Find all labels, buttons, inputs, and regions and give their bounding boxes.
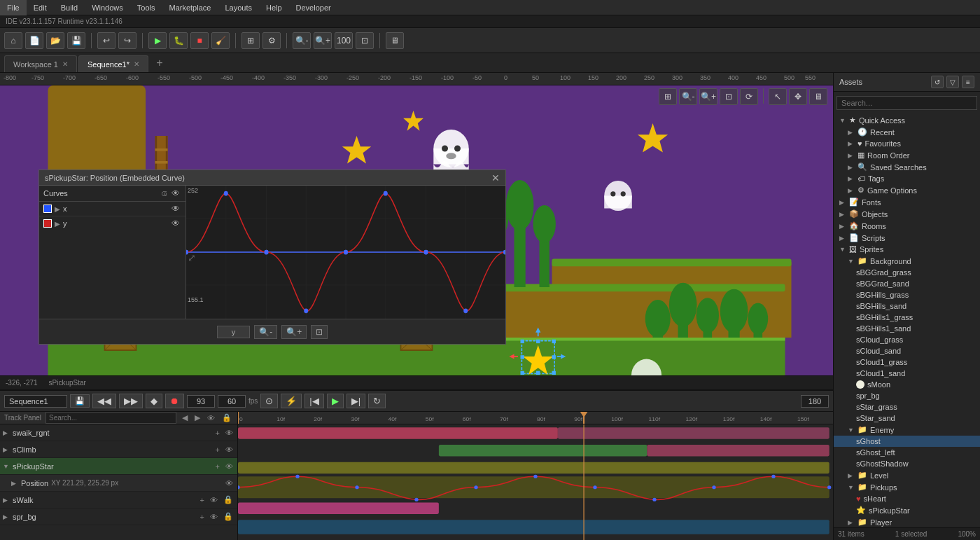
track-nav-left[interactable]: ◀	[181, 413, 189, 422]
tb-home[interactable]: ⌂	[4, 32, 22, 49]
tree-bggradgrass[interactable]: sBGGrad_grass	[834, 267, 980, 278]
assets-filter-btn[interactable]: ▽	[946, 76, 959, 88]
track-row-spickupstar[interactable]: ▼ sPickupStar + 👁	[0, 458, 237, 475]
tree-tags[interactable]: ▶ 🏷 Tags	[834, 173, 980, 184]
curves-titlebar[interactable]: sPickupStar: Position (Embedded Curve) ✕	[39, 170, 505, 186]
track-sclimb-add[interactable]: +	[214, 445, 221, 454]
track-nav-right[interactable]: ▶	[193, 413, 202, 422]
tb-clean[interactable]: 🧹	[211, 32, 230, 49]
tree-spickupstar[interactable]: ⭐ sPickupStar	[834, 504, 980, 516]
tb-debug[interactable]: 🐛	[169, 32, 188, 49]
seq-add-keyframe[interactable]: ◆	[146, 394, 162, 408]
tb-new[interactable]: 📄	[25, 32, 43, 49]
tree-sprites[interactable]: ▼ 🖼 Sprites	[834, 244, 980, 255]
track-sprbg-add[interactable]: +	[199, 513, 206, 521]
tab-add-button[interactable]: +	[153, 56, 167, 70]
seq-end-btn[interactable]: ▶|	[346, 394, 365, 408]
seq-replay-btn[interactable]: ↻	[368, 394, 386, 408]
tree-scloudsand[interactable]: sCloud_sand	[834, 345, 980, 356]
tree-scloud1sand[interactable]: sCloud1_sand	[834, 368, 980, 379]
track-search-input[interactable]	[46, 412, 176, 424]
tab-workspace1-close[interactable]: ✕	[62, 60, 68, 68]
tb-redo[interactable]: ↪	[118, 32, 136, 49]
tree-room-order[interactable]: ▶ ▦ Room Order	[834, 149, 980, 161]
tb-zoom-reset[interactable]: 100	[335, 32, 353, 49]
seq-save-btn[interactable]: 💾	[70, 394, 90, 408]
vp-zoom-in-btn[interactable]: 🔍+	[699, 88, 718, 105]
vp-view-btn[interactable]: 🖥	[809, 88, 827, 105]
channel-y-eye[interactable]: 👁	[170, 219, 181, 228]
vp-grid-btn[interactable]: ⊞	[659, 88, 677, 105]
tb-monitor[interactable]: 🖥	[386, 32, 404, 49]
tree-level-folder[interactable]: ▶ 📁 Level	[834, 469, 980, 481]
track-row-sprbg[interactable]: ▶ spr_bg + 👁 🔒	[0, 508, 237, 525]
tree-sstarsand[interactable]: sStar_sand	[834, 413, 980, 424]
menu-build[interactable]: Build	[54, 0, 85, 15]
tb-zoom-fit[interactable]: ⊡	[356, 32, 374, 49]
tree-scloudgrass[interactable]: sCloud_grass	[834, 334, 980, 345]
tree-player-folder[interactable]: ▶ 📁 Player	[834, 516, 980, 527]
track-sprbg-eye[interactable]: 👁	[209, 513, 219, 521]
track-swalk-add[interactable]: +	[199, 496, 206, 504]
tb-stop[interactable]: ■	[190, 32, 209, 49]
tree-scripts[interactable]: ▶ 📄 Scripts	[834, 232, 980, 244]
game-viewport[interactable]: ⊞ 🔍- 🔍+ ⊡ ⟳ ↖ ✥ 🖥	[0, 85, 833, 375]
timeline-tracks[interactable]	[238, 424, 833, 540]
track-swaik-eye[interactable]: 👁	[224, 429, 234, 437]
seq-start-btn[interactable]: |◀	[304, 394, 323, 408]
menu-windows[interactable]: Windows	[85, 0, 130, 15]
tree-rooms[interactable]: ▶ 🏠 Rooms	[834, 220, 980, 232]
track-spickup-add[interactable]: +	[214, 462, 221, 471]
tree-bggradsnow[interactable]: sBGGrad_sand	[834, 278, 980, 289]
menu-tools[interactable]: Tools	[130, 0, 162, 15]
menu-marketplace[interactable]: Marketplace	[162, 0, 218, 15]
seq-nav-right[interactable]: ▶▶	[119, 394, 143, 408]
curves-zoom-out-btn[interactable]: 🔍-	[254, 325, 277, 339]
curves-close-button[interactable]: ✕	[491, 172, 500, 184]
assets-search-input[interactable]	[836, 96, 977, 110]
track-row-swalk[interactable]: ▶ sWalk + 👁 🔒	[0, 492, 237, 508]
menu-developer[interactable]: Developer	[289, 0, 338, 15]
tb-save[interactable]: 💾	[67, 32, 85, 49]
vp-zoom-out-btn[interactable]: 🔍-	[679, 88, 697, 105]
tab-sequence1[interactable]: Sequence1* ✕	[78, 55, 148, 72]
assets-refresh-btn[interactable]: ↺	[931, 76, 944, 88]
seq-loop-btn[interactable]: ⊙	[260, 394, 278, 408]
tree-bghills1grass[interactable]: sBGHills1_grass	[834, 312, 980, 323]
tree-sheart[interactable]: ♥ sHeart	[834, 493, 980, 504]
sequence-fps-input[interactable]	[218, 395, 246, 408]
assets-menu-btn[interactable]: ≡	[962, 76, 974, 88]
vp-fit-btn[interactable]: ⊡	[720, 88, 738, 105]
seq-auto-key[interactable]: ⏺	[165, 394, 184, 408]
sequence-frame-input[interactable]	[187, 395, 215, 408]
track-eye-all[interactable]: 👁	[206, 414, 216, 422]
tree-scloud1grass[interactable]: sCloud1_grass	[834, 356, 980, 368]
tab-sequence1-close[interactable]: ✕	[134, 60, 139, 68]
track-swaik-add[interactable]: +	[214, 429, 221, 437]
tree-favourites[interactable]: ▶ ♥ Favourites	[834, 138, 980, 149]
track-row-swaik[interactable]: ▶ swaik_rgnt + 👁	[0, 424, 237, 441]
tree-pickups-folder[interactable]: ▼ 📁 Pickups	[834, 481, 980, 493]
track-lock-all[interactable]: 🔒	[220, 413, 233, 422]
tree-objects[interactable]: ▶ 📦 Objects	[834, 208, 980, 220]
tb-settings[interactable]: ⚙	[262, 32, 281, 49]
track-swalk-eye[interactable]: 👁	[209, 496, 219, 504]
tb-open[interactable]: 📂	[46, 32, 64, 49]
curves-channel-y[interactable]: ▶ y 👁	[39, 216, 186, 230]
curves-zoom-in-btn[interactable]: 🔍+	[281, 325, 307, 339]
tb-undo[interactable]: ↩	[97, 32, 115, 49]
tb-zoom-out[interactable]: 🔍-	[293, 32, 311, 49]
vp-transform-btn[interactable]: ✥	[789, 88, 807, 105]
track-swalk-lock[interactable]: 🔒	[222, 495, 234, 504]
curves-zoom-fit-btn[interactable]: ⊡	[311, 325, 328, 339]
tree-sstargrass[interactable]: sStar_grass	[834, 401, 980, 413]
tree-sprbg2[interactable]: spr_bg	[834, 390, 980, 401]
tree-saved-searches[interactable]: ▶ 🔍 Saved Searches	[834, 161, 980, 173]
track-pos-eye[interactable]: 👁	[224, 479, 234, 487]
tree-enemy-folder[interactable]: ▼ 📁 Enemy	[834, 424, 980, 436]
vp-reset-btn[interactable]: ⟳	[740, 88, 758, 105]
tree-quick-access[interactable]: ▼ ★ Quick Access	[834, 114, 980, 126]
menu-file[interactable]: File	[0, 0, 27, 15]
menu-help[interactable]: Help	[259, 0, 289, 15]
tb-grid[interactable]: ⊞	[241, 32, 260, 49]
